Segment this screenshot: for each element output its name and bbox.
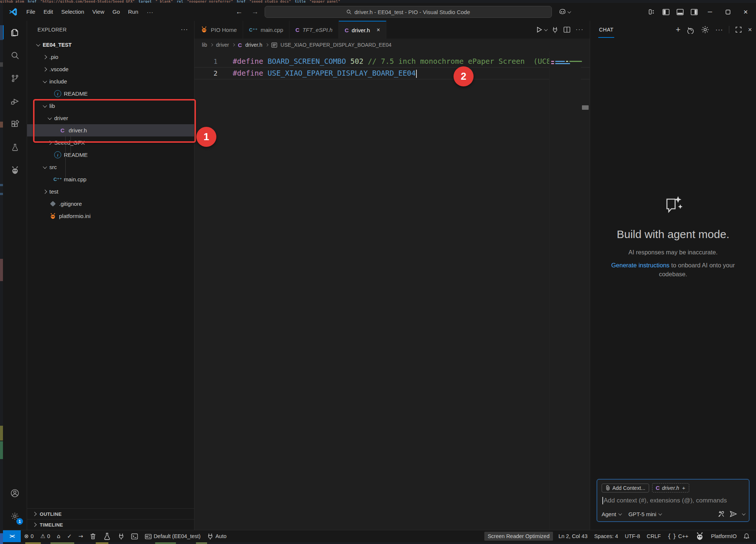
- tree-item-readme[interactable]: iREADME: [27, 88, 194, 100]
- background-sliver: [0, 259, 3, 281]
- status-platformio[interactable]: PlatformIO: [708, 532, 740, 541]
- tree-item-label: Seeed_GFX: [54, 139, 85, 146]
- tree-item-label: src: [49, 164, 57, 170]
- copilot-button[interactable]: [559, 8, 570, 16]
- breadcrumb-item[interactable]: lib: [202, 42, 207, 48]
- status-pio-env[interactable]: Default (EE04_test): [141, 532, 204, 541]
- status-pio-home[interactable]: ⌂: [53, 532, 64, 541]
- status-eol[interactable]: CRLF: [644, 532, 664, 541]
- remote-indicator[interactable]: ><: [3, 530, 21, 542]
- status-errors[interactable]: ⊗0: [21, 532, 37, 541]
- tree-item-lib[interactable]: lib: [27, 100, 194, 112]
- activity-platformio[interactable]: [3, 159, 27, 182]
- status-screen-reader[interactable]: Screen Reader Optimized: [484, 532, 553, 541]
- menu-more-button[interactable]: ···: [143, 7, 157, 17]
- code-line-2[interactable]: 2#define USE_XIAO_EPAPER_DISPLAY_BOARD_E…: [194, 67, 590, 79]
- split-editor-button[interactable]: [563, 26, 570, 33]
- nav-forward-button[interactable]: →: [249, 8, 262, 16]
- chat-input-box[interactable]: Add Context... C driver.h + Add context …: [597, 479, 749, 522]
- tab-close-icon[interactable]: ×: [377, 27, 380, 33]
- add-attachment-icon[interactable]: +: [682, 485, 685, 491]
- tree-item-main-cpp[interactable]: C⁺⁺main.cpp: [27, 173, 194, 185]
- tree-item-include[interactable]: include: [27, 75, 194, 88]
- nav-back-button[interactable]: ←: [233, 8, 246, 16]
- status-cursor-position[interactable]: Ln 2, Col 43: [555, 532, 591, 541]
- chat-mode-select[interactable]: Agent: [602, 511, 621, 517]
- generate-instructions-link[interactable]: Generate instructions: [611, 262, 670, 268]
- menu-view[interactable]: View: [88, 7, 108, 16]
- status-notifications[interactable]: [740, 532, 753, 541]
- tab-driver-h[interactable]: Cdriver.h×: [339, 21, 386, 39]
- info-icon: i: [54, 90, 61, 97]
- menu-go[interactable]: Go: [108, 7, 124, 16]
- code-line-1[interactable]: 1#define BOARD_SCREEN_COMBO 502 // 7.5 i…: [194, 56, 590, 67]
- status-language[interactable]: { }C++: [664, 532, 691, 541]
- serial-monitor-button[interactable]: [552, 26, 558, 33]
- code-editor[interactable]: 1#define BOARD_SCREEN_COMBO 502 // 7.5 i…: [194, 51, 590, 530]
- chevron-down-icon[interactable]: [742, 512, 746, 515]
- chat-model-select[interactable]: GPT-5 mini: [628, 511, 661, 517]
- toggle-sidebar-left-icon[interactable]: [660, 6, 672, 17]
- tree-item-seeed-gfx[interactable]: Seeed_GFX: [27, 136, 194, 149]
- tree-item-driver-h[interactable]: Cdriver.h: [27, 124, 194, 136]
- tab-main-cpp[interactable]: C⁺⁺main.cpp: [243, 21, 289, 39]
- status-pio-test[interactable]: [99, 532, 115, 541]
- status-pio-serial[interactable]: [115, 532, 128, 541]
- attached-file-chip[interactable]: C driver.h +: [652, 483, 689, 492]
- tree-item-src[interactable]: src: [27, 161, 194, 173]
- status-pio-terminal[interactable]: [128, 532, 141, 541]
- tools-icon[interactable]: [717, 510, 725, 518]
- editor-scrollbar[interactable]: [581, 51, 590, 530]
- tree-item-platformio-ini[interactable]: platformio.ini: [27, 210, 194, 222]
- symbol-icon: [271, 42, 277, 48]
- activity-run-debug[interactable]: [3, 90, 27, 113]
- activity-accounts[interactable]: [3, 482, 27, 505]
- tab-tft-espi-h[interactable]: CTFT_eSPI.h: [289, 21, 339, 39]
- tab-pio-home[interactable]: PIO Home: [194, 21, 243, 39]
- activity-extensions[interactable]: [3, 113, 27, 136]
- run-button[interactable]: [535, 26, 547, 33]
- menu-selection[interactable]: Selection: [57, 7, 88, 16]
- more-actions-button[interactable]: ···: [576, 26, 584, 33]
- activity-explorer[interactable]: [3, 21, 27, 44]
- toggle-panel-icon[interactable]: [674, 6, 686, 17]
- section-outline[interactable]: OUTLINE: [27, 508, 194, 519]
- menu-run[interactable]: Run: [124, 7, 143, 16]
- breadcrumb-item[interactable]: USE_XIAO_EPAPER_DISPLAY_BOARD_EE04: [281, 42, 392, 48]
- menu-file[interactable]: File: [22, 7, 39, 16]
- status-pio-port[interactable]: Auto: [204, 532, 230, 541]
- chat-text-input[interactable]: Add context (#), extensions (@), command…: [602, 497, 744, 504]
- activity-source-control[interactable]: [3, 67, 27, 90]
- activity-search[interactable]: [3, 44, 27, 67]
- tree-item--vscode[interactable]: .vscode: [27, 63, 194, 75]
- status-indentation[interactable]: Spaces: 4: [591, 532, 622, 541]
- tree-item--pio[interactable]: .pio: [27, 51, 194, 63]
- activity-testing[interactable]: [3, 136, 27, 159]
- section-timeline[interactable]: TIMELINE: [27, 519, 194, 530]
- customize-layout-icon[interactable]: [645, 6, 658, 17]
- command-center-search[interactable]: driver.h - EE04_test - PIO - Visual Stud…: [265, 6, 552, 18]
- status-warnings[interactable]: ⚠0: [37, 532, 54, 541]
- breadcrumb-item[interactable]: driver.h: [245, 42, 262, 48]
- breadcrumb[interactable]: libdriverCdriver.hUSE_XIAO_EPAPER_DISPLA…: [194, 39, 590, 51]
- status-pio-clean[interactable]: [86, 532, 99, 541]
- tree-item-ee04-test[interactable]: EE04_TEST: [27, 39, 194, 51]
- add-context-button[interactable]: Add Context...: [602, 484, 649, 492]
- breadcrumb-item[interactable]: driver: [216, 42, 229, 48]
- send-icon[interactable]: [729, 510, 737, 518]
- minimap[interactable]: [549, 51, 581, 530]
- tree-item-test[interactable]: test: [27, 185, 194, 198]
- breadcrumb-separator-icon: [210, 43, 213, 46]
- info-file-icon: i: [54, 90, 61, 97]
- activity-settings[interactable]: 1: [3, 505, 27, 528]
- tree-item-readme[interactable]: iREADME: [27, 149, 194, 161]
- explorer-more-button[interactable]: ···: [181, 26, 188, 33]
- status-pio-upload[interactable]: →: [75, 532, 86, 541]
- status-encoding[interactable]: UTF-8: [621, 532, 643, 541]
- status-platformio-toolbar[interactable]: [692, 532, 708, 541]
- tree-item--gitignore[interactable]: .gitignore: [27, 198, 194, 210]
- tree-item-driver[interactable]: driver: [27, 112, 194, 124]
- toggle-sidebar-right-icon[interactable]: [688, 6, 700, 17]
- menu-edit[interactable]: Edit: [39, 7, 57, 16]
- status-pio-build[interactable]: ✓: [64, 532, 75, 541]
